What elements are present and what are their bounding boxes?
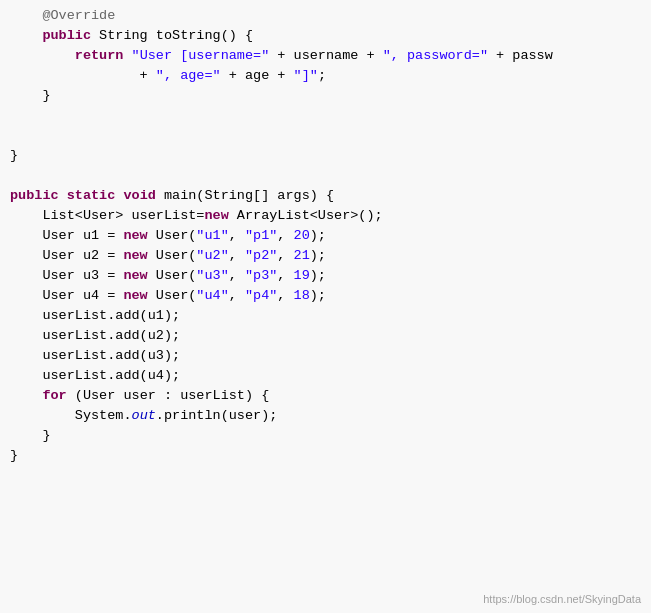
code-token: userList.add(u3); <box>10 346 180 366</box>
code-token: + age + <box>221 66 294 86</box>
code-token: "p2" <box>245 246 277 266</box>
code-line <box>0 166 651 186</box>
code-token: void <box>123 186 155 206</box>
code-token: "p3" <box>245 266 277 286</box>
code-token: new <box>123 286 147 306</box>
code-token: @Override <box>10 6 115 26</box>
code-token: User( <box>148 286 197 306</box>
code-token: User( <box>148 246 197 266</box>
code-line: User u4 = new User("u4", "p4", 18); <box>0 286 651 306</box>
code-token: , <box>277 246 293 266</box>
code-token: public <box>42 26 91 46</box>
code-token: ", password=" <box>383 46 488 66</box>
code-token: new <box>123 266 147 286</box>
code-line: } <box>0 146 651 166</box>
code-token: , <box>229 226 245 246</box>
code-line: for (User user : userList) { <box>0 386 651 406</box>
code-token: 18 <box>294 286 310 306</box>
code-token: static <box>67 186 116 206</box>
code-token: ); <box>310 286 326 306</box>
code-token: , <box>277 286 293 306</box>
code-token: } <box>10 146 18 166</box>
code-token: , <box>277 266 293 286</box>
code-token: return <box>75 46 124 66</box>
code-line: User u1 = new User("u1", "p1", 20); <box>0 226 651 246</box>
code-line: public static void main(String[] args) { <box>0 186 651 206</box>
code-token: 21 <box>294 246 310 266</box>
code-token: User( <box>148 226 197 246</box>
code-token: } <box>10 446 18 466</box>
code-token: ); <box>310 266 326 286</box>
code-line: User u3 = new User("u3", "p3", 19); <box>0 266 651 286</box>
code-line: public String toString() { <box>0 26 651 46</box>
code-line: List<User> userList=new ArrayList<User>(… <box>0 206 651 226</box>
code-token <box>10 26 42 46</box>
code-token: } <box>10 86 51 106</box>
code-token: } <box>10 426 51 446</box>
code-token: "]" <box>294 66 318 86</box>
code-token: + passw <box>488 46 553 66</box>
code-token: 20 <box>294 226 310 246</box>
code-token: 19 <box>294 266 310 286</box>
watermark: https://blog.csdn.net/SkyingData <box>483 593 641 605</box>
code-line: } <box>0 86 651 106</box>
code-token: "u4" <box>196 286 228 306</box>
code-token: , <box>229 246 245 266</box>
code-token: "p1" <box>245 226 277 246</box>
code-token: main(String[] args) { <box>156 186 334 206</box>
code-token: ); <box>310 226 326 246</box>
code-line: userList.add(u1); <box>0 306 651 326</box>
code-token: ArrayList<User>(); <box>229 206 383 226</box>
code-line: userList.add(u2); <box>0 326 651 346</box>
code-viewer: @Override public String toString() { ret… <box>0 0 651 613</box>
code-token: ", age=" <box>156 66 221 86</box>
code-token: new <box>123 226 147 246</box>
code-line: @Override <box>0 6 651 26</box>
code-token: "User [username=" <box>132 46 270 66</box>
code-token: ); <box>310 246 326 266</box>
code-token: "p4" <box>245 286 277 306</box>
code-token: User u2 = <box>10 246 123 266</box>
code-line: return "User [username=" + username + ",… <box>0 46 651 66</box>
code-line <box>0 106 651 126</box>
code-token: String toString() { <box>91 26 253 46</box>
code-line: User u2 = new User("u2", "p2", 21); <box>0 246 651 266</box>
code-token: userList.add(u1); <box>10 306 180 326</box>
code-token <box>10 46 75 66</box>
code-token <box>59 186 67 206</box>
code-line: userList.add(u3); <box>0 346 651 366</box>
code-token: User u3 = <box>10 266 123 286</box>
code-token: (User user : userList) { <box>67 386 270 406</box>
code-line: } <box>0 426 651 446</box>
code-token: "u2" <box>196 246 228 266</box>
code-token: public <box>10 186 59 206</box>
code-token: new <box>123 246 147 266</box>
code-token: User u1 = <box>10 226 123 246</box>
code-token: , <box>277 226 293 246</box>
code-token: userList.add(u2); <box>10 326 180 346</box>
code-line: } <box>0 446 651 466</box>
code-token: ; <box>318 66 326 86</box>
code-line: + ", age=" + age + "]"; <box>0 66 651 86</box>
code-token: User( <box>148 266 197 286</box>
code-token: for <box>42 386 66 406</box>
code-token: , <box>229 266 245 286</box>
code-line: System.out.println(user); <box>0 406 651 426</box>
code-token <box>115 186 123 206</box>
code-token: userList.add(u4); <box>10 366 180 386</box>
code-line: userList.add(u4); <box>0 366 651 386</box>
code-token: + <box>10 66 156 86</box>
code-line <box>0 126 651 146</box>
code-token: "u1" <box>196 226 228 246</box>
code-token: "u3" <box>196 266 228 286</box>
code-token: User u4 = <box>10 286 123 306</box>
code-token: .println(user); <box>156 406 278 426</box>
code-token: + username + <box>269 46 382 66</box>
code-token: System. <box>10 406 132 426</box>
code-token: new <box>204 206 228 226</box>
code-token <box>10 386 42 406</box>
code-token: out <box>132 406 156 426</box>
code-token: , <box>229 286 245 306</box>
code-token <box>123 46 131 66</box>
code-token: List<User> userList= <box>10 206 204 226</box>
